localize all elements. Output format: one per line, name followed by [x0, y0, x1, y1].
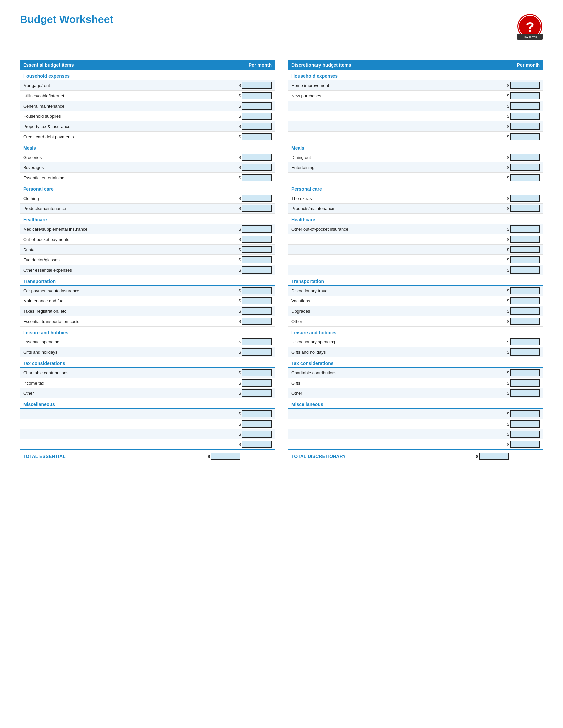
total-input[interactable]: [479, 453, 509, 460]
amount-input[interactable]: [242, 174, 271, 181]
amount-input[interactable]: [242, 379, 271, 387]
amount-input[interactable]: [510, 164, 540, 171]
amount-input[interactable]: [242, 92, 271, 99]
dollar-sign: $: [507, 350, 509, 355]
table-row: Other$: [288, 388, 543, 398]
amount-input[interactable]: [510, 348, 540, 356]
dollar-sign: $: [507, 227, 509, 232]
amount-input[interactable]: [510, 410, 540, 417]
table-row: Income tax$: [20, 378, 275, 388]
item-amount: $: [473, 193, 543, 204]
amount-input[interactable]: [510, 287, 540, 294]
amount-input[interactable]: [510, 174, 540, 181]
dollar-sign: $: [507, 391, 509, 396]
item-amount: $: [204, 152, 275, 162]
total-input[interactable]: [211, 453, 240, 460]
amount-input[interactable]: [510, 92, 540, 99]
item-amount: $: [204, 265, 275, 275]
amount-input[interactable]: [242, 225, 271, 233]
amount-input[interactable]: [510, 133, 540, 140]
essential-header-amount: Per month: [204, 60, 275, 70]
amount-input[interactable]: [242, 205, 271, 212]
amount-input[interactable]: [242, 369, 271, 376]
table-row: $: [288, 173, 543, 183]
amount-input[interactable]: [242, 246, 271, 253]
dollar-sign: $: [507, 411, 509, 416]
amount-input[interactable]: [510, 307, 540, 315]
item-label: Products/maintenance: [20, 204, 204, 214]
amount-input[interactable]: [242, 338, 271, 345]
dollar-sign: $: [507, 257, 509, 262]
amount-input[interactable]: [242, 307, 271, 315]
table-row: Beverages$: [20, 162, 275, 173]
item-amount: $: [204, 162, 275, 173]
item-amount: $: [204, 306, 275, 316]
amount-input[interactable]: [510, 102, 540, 110]
amount-input[interactable]: [242, 389, 271, 397]
amount-input[interactable]: [510, 441, 540, 448]
dollar-sign: $: [507, 114, 509, 119]
amount-input[interactable]: [510, 246, 540, 253]
item-label: [288, 101, 473, 111]
item-amount: $: [473, 224, 543, 234]
amount-input[interactable]: [242, 133, 271, 140]
amount-input[interactable]: [242, 441, 271, 448]
amount-input[interactable]: [242, 410, 271, 417]
amount-input[interactable]: [510, 389, 540, 397]
total-dollar-sign: $: [476, 454, 478, 459]
amount-input[interactable]: [242, 348, 271, 356]
item-amount: $: [204, 132, 275, 142]
amount-input[interactable]: [242, 195, 271, 202]
amount-input[interactable]: [510, 256, 540, 263]
dollar-sign: $: [239, 206, 241, 211]
amount-input[interactable]: [242, 297, 271, 304]
item-label: Dining out: [288, 152, 473, 162]
amount-input[interactable]: [242, 431, 271, 438]
amount-input[interactable]: [510, 369, 540, 376]
amount-input[interactable]: [242, 123, 271, 130]
dollar-sign: $: [239, 391, 241, 396]
amount-input[interactable]: [510, 420, 540, 428]
amount-input[interactable]: [242, 154, 271, 161]
table-row: Dental$: [20, 245, 275, 255]
amount-input[interactable]: [242, 113, 271, 120]
amount-input[interactable]: [510, 205, 540, 212]
amount-input[interactable]: [510, 318, 540, 325]
amount-input[interactable]: [510, 225, 540, 233]
item-amount: $: [204, 101, 275, 111]
table-row: $: [288, 132, 543, 142]
amount-input[interactable]: [242, 82, 271, 89]
amount-input[interactable]: [242, 102, 271, 110]
amount-input[interactable]: [510, 82, 540, 89]
amount-input[interactable]: [510, 236, 540, 243]
table-row: Essential spending$: [20, 337, 275, 347]
dollar-sign: $: [239, 104, 241, 109]
svg-text:How To Wiki: How To Wiki: [523, 35, 537, 38]
amount-input[interactable]: [510, 297, 540, 304]
amount-input[interactable]: [510, 123, 540, 130]
item-amount: $: [473, 337, 543, 347]
amount-input[interactable]: [242, 287, 271, 294]
dollar-sign: $: [239, 422, 241, 427]
item-amount: $: [473, 204, 543, 214]
amount-input[interactable]: [242, 318, 271, 325]
amount-input[interactable]: [510, 338, 540, 345]
amount-input[interactable]: [510, 379, 540, 387]
amount-input[interactable]: [510, 195, 540, 202]
table-row: Medicare/supplemental insurance$: [20, 224, 275, 234]
amount-input[interactable]: [242, 420, 271, 428]
amount-input[interactable]: [242, 256, 271, 263]
amount-input[interactable]: [510, 431, 540, 438]
amount-input[interactable]: [510, 266, 540, 274]
amount-input[interactable]: [242, 236, 271, 243]
amount-input[interactable]: [510, 113, 540, 120]
total-amount: $: [473, 450, 543, 463]
table-row: Maintenance and fuel$: [20, 296, 275, 306]
item-amount: $: [204, 111, 275, 121]
amount-input[interactable]: [242, 266, 271, 274]
dollar-sign: $: [507, 309, 509, 314]
section-name: Household expenses: [20, 70, 275, 80]
table-row: Eye doctor/glasses$: [20, 255, 275, 265]
amount-input[interactable]: [510, 154, 540, 161]
amount-input[interactable]: [242, 164, 271, 171]
